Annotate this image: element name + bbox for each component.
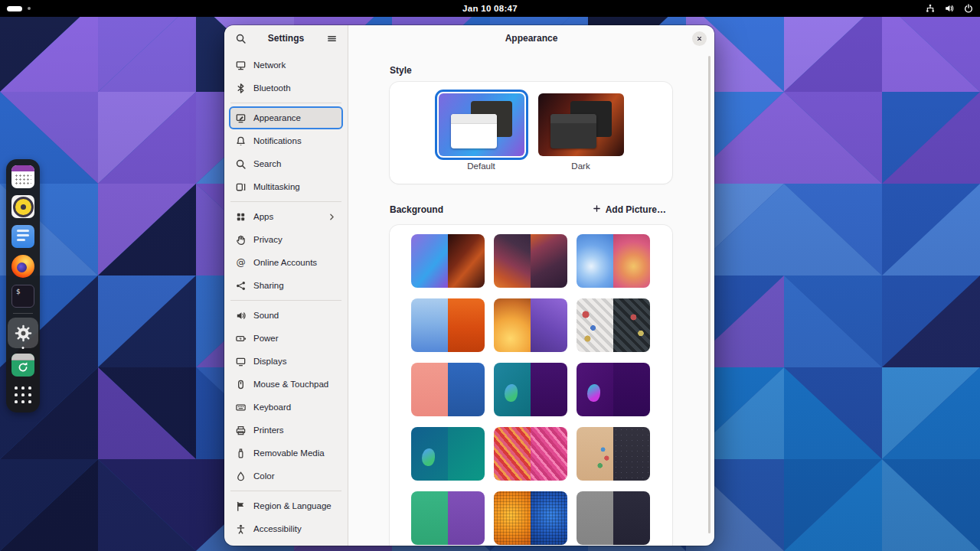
search-icon — [235, 33, 247, 44]
wallpaper-thumb-purple-leaf[interactable] — [577, 363, 650, 416]
sidebar-item-region-language[interactable]: Region & Language — [229, 494, 343, 517]
volume-icon[interactable] — [944, 3, 955, 14]
wallpaper-dark-half — [448, 363, 485, 416]
sidebar-divider — [230, 491, 341, 491]
sidebar-item-color[interactable]: Color — [229, 465, 343, 487]
sidebar-item-displays[interactable]: Displays — [229, 350, 343, 373]
printers-icon — [235, 425, 247, 436]
software-updater-app-icon[interactable] — [10, 352, 36, 378]
sidebar-item-label: Sharing — [253, 281, 284, 290]
power-icon — [235, 333, 247, 344]
wallpaper-dark-half — [531, 363, 567, 416]
sidebar-item-sharing[interactable]: Sharing — [229, 274, 343, 297]
firefox-app-icon[interactable] — [10, 253, 36, 279]
notifications-icon — [235, 135, 247, 147]
wallpaper-thumb-pills-board[interactable] — [577, 298, 650, 352]
wallpaper-light-half — [411, 298, 448, 352]
wallpaper-thumb-swirl-squares[interactable] — [577, 234, 650, 288]
wallpaper-thumb-teal-leaf-purple[interactable] — [494, 363, 567, 416]
top-bar: Jan 10 08:47 — [0, 0, 980, 17]
sidebar-item-bluetooth[interactable]: Bluetooth — [229, 77, 343, 99]
sidebar-item-privacy[interactable]: Privacy — [229, 228, 343, 251]
sound-icon — [235, 310, 247, 321]
address-book-app-icon[interactable] — [10, 223, 36, 249]
power-icon — [235, 333, 247, 344]
sidebar-item-label: Search — [253, 159, 281, 168]
sidebar-item-online-accounts[interactable]: @Online Accounts — [229, 251, 343, 274]
sidebar-item-keyboard[interactable]: Keyboard — [229, 396, 343, 419]
svg-text:@: @ — [236, 257, 245, 268]
wallpaper-light-half — [494, 491, 531, 545]
wallpaper-dark-half — [531, 298, 567, 352]
displays-icon — [235, 356, 247, 367]
style-card: Default Dark — [390, 82, 672, 184]
wallpaper-thumb-pink-maze[interactable] — [494, 427, 567, 481]
wallpaper-thumb-petals[interactable] — [494, 298, 567, 352]
style-option-default[interactable]: Default — [439, 93, 524, 184]
notifications-icon — [235, 135, 247, 147]
menu-button[interactable] — [322, 29, 341, 47]
wallpaper-thumb-contours[interactable] — [494, 234, 567, 288]
sidebar-item-mouse-touchpad[interactable]: Mouse & Touchpad — [229, 373, 343, 396]
disc-app-icon[interactable] — [10, 194, 36, 220]
clock[interactable]: Jan 10 08:47 — [462, 0, 518, 17]
sidebar-item-multitasking[interactable]: Multitasking — [229, 175, 343, 198]
apps-icon — [235, 211, 247, 223]
style-option-dark[interactable]: Dark — [538, 93, 624, 184]
sidebar-item-removable-media[interactable]: Removable Media — [229, 442, 343, 465]
mouse-icon — [235, 379, 247, 390]
shutdown-icon[interactable] — [963, 3, 974, 14]
wallpaper-light-half — [577, 234, 613, 288]
wallpaper-thumb-teal-leaf-full[interactable] — [411, 427, 485, 481]
keyboard-icon — [235, 402, 247, 413]
wallpaper-thumb-salmon-blue-split[interactable] — [411, 363, 485, 416]
appearance-icon — [235, 112, 247, 124]
sidebar-item-label: Power — [253, 334, 279, 343]
sidebar-item-appearance[interactable]: Appearance — [229, 106, 343, 129]
sidebar-item-search[interactable]: Search — [229, 152, 343, 175]
scrollbar[interactable] — [708, 56, 710, 533]
sidebar-item-label: Multitasking — [253, 182, 300, 191]
sidebar-item-sound[interactable]: Sound — [229, 304, 343, 327]
wallpaper-thumb-cork-pixels[interactable] — [577, 427, 650, 481]
sidebar-item-label: Mouse & Touchpad — [253, 380, 328, 389]
wallpaper-light-half — [577, 298, 613, 352]
accessibility-icon — [235, 523, 247, 535]
sidebar-item-apps[interactable]: Apps — [229, 205, 343, 228]
sidebar-item-notifications[interactable]: Notifications — [229, 129, 343, 152]
privacy-icon — [235, 234, 247, 246]
style-section-label: Style — [390, 65, 672, 76]
wallpaper-thumb-triangles-day-night[interactable] — [411, 234, 485, 288]
chevron-right-icon — [327, 212, 337, 222]
network-tree-icon[interactable] — [925, 3, 936, 14]
style-preview-default — [439, 93, 524, 156]
region-language-icon — [235, 500, 247, 512]
wallpaper-thumb-gray-navy-split[interactable] — [577, 491, 650, 545]
wallpaper-light-half — [411, 491, 448, 545]
search-button[interactable] — [231, 29, 250, 47]
chevron-right-icon — [327, 212, 337, 222]
sidebar: Settings NetworkBluetoothAppearanceNotif… — [224, 25, 348, 546]
sidebar-item-network[interactable]: Network — [229, 54, 343, 77]
workspace-indicator[interactable] — [7, 0, 31, 17]
settings-app-icon[interactable] — [8, 318, 38, 348]
terminal-app-icon[interactable]: $ — [10, 283, 36, 309]
add-picture-button[interactable]: Add Picture… — [586, 201, 672, 219]
close-button[interactable] — [692, 31, 707, 46]
show-apps-icon[interactable] — [10, 382, 36, 408]
sidebar-item-power[interactable]: Power — [229, 327, 343, 350]
main-header: Appearance — [348, 25, 714, 51]
network-tree-icon — [925, 3, 936, 14]
wallpaper-light-half — [494, 298, 531, 352]
sidebar-item-label: Printers — [253, 425, 284, 435]
sidebar-item-label: Keyboard — [253, 403, 291, 412]
wallpaper-thumb-drips[interactable] — [411, 298, 485, 352]
sidebar-item-printers[interactable]: Printers — [229, 419, 343, 442]
apps-icon — [235, 211, 247, 223]
status-area[interactable] — [925, 0, 974, 17]
calendar-app-icon[interactable] — [10, 164, 36, 190]
sidebar-item-accessibility[interactable]: Accessibility — [229, 517, 343, 540]
wallpaper-thumb-amber-blue-pixelgrid[interactable] — [494, 491, 567, 545]
menu-icon — [326, 33, 338, 44]
wallpaper-thumb-green-purple-split[interactable] — [411, 491, 485, 545]
